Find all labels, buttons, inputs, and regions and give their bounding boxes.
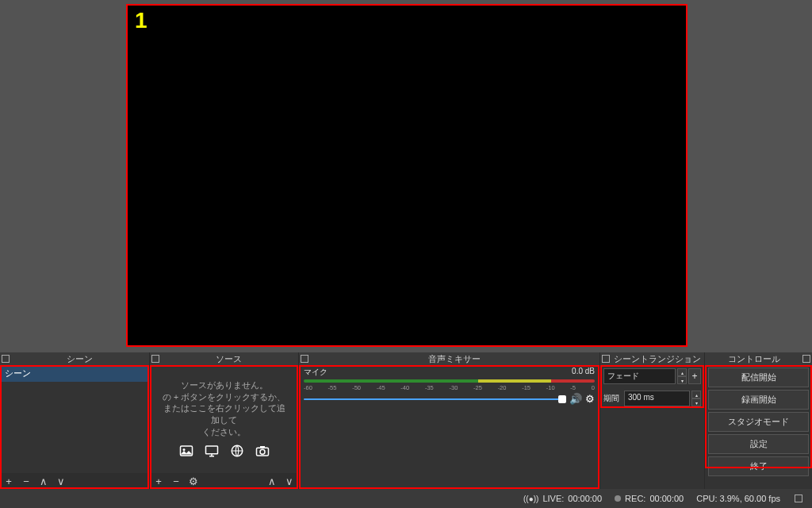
popout-icon[interactable] [795,495,802,502]
scene-down-button[interactable]: ∨ [56,475,67,487]
exit-button[interactable]: 終了 [708,456,809,476]
live-time: 00:00:00 [568,494,602,503]
popout-icon[interactable] [2,355,10,363]
start-record-button[interactable]: 録画開始 [708,390,809,410]
cpu-stats: CPU: 3.9%, 60.00 fps [696,494,780,503]
remove-source-button[interactable]: − [170,475,182,487]
source-up-button[interactable]: ∧ [266,475,278,487]
chevron-up-icon[interactable]: ▴ [677,368,687,376]
chevron-up-icon[interactable]: ▴ [691,391,701,398]
source-down-button[interactable]: ∨ [284,475,295,487]
speaker-icon[interactable]: 🔊 [569,393,582,405]
sources-dock: ソース ソースがありません。 の + ボタンをクリックするか、 またはここを右ク… [149,352,298,489]
controls-title: コントロール [705,353,802,365]
chevron-down-icon[interactable]: ▾ [691,398,701,406]
chevron-down-icon[interactable]: ▾ [677,376,687,384]
display-source-icon [204,444,220,462]
sources-title: ソース [159,353,298,365]
svg-rect-2 [205,446,217,454]
status-bar: ((●)) LIVE: 00:00:00 REC: 00:00:00 CPU: … [0,489,812,508]
duration-label: 期間 [603,393,622,404]
transition-type-select[interactable]: フェード [603,368,676,384]
rec-label: REC: [625,494,645,503]
sources-empty-line: またはここを右クリックして追加して [163,402,285,425]
source-settings-button[interactable]: ⚙ [188,475,199,487]
meter-ticks: -60-55-50-45-40-35-30-25-20-15-10-50 [304,384,595,391]
scene-item[interactable]: シーン [0,365,149,382]
settings-button[interactable]: 設定 [708,434,809,454]
scenes-title: シーン [10,353,149,365]
add-transition-button[interactable]: + [688,368,701,384]
svg-point-1 [182,448,185,451]
audio-mixer-dock: 音声ミキサー マイク 0.0 dB -60-55-50-45-40-35-30-… [298,352,599,489]
preview-canvas[interactable] [126,4,688,347]
rec-dot-icon [615,495,621,502]
popout-icon[interactable] [151,355,159,363]
channel-db: 0.0 dB [572,367,595,378]
mixer-title: 音声ミキサー [308,353,599,365]
start-stream-button[interactable]: 配信開始 [708,368,809,387]
mixer-channel: マイク 0.0 dB -60-55-50-45-40-35-30-25-20-1… [299,365,599,406]
scene-up-button[interactable]: ∧ [38,475,49,487]
duration-input[interactable]: 300 ms [624,391,690,406]
camera-source-icon [255,444,270,462]
volume-slider[interactable] [304,398,566,400]
live-icon: ((●)) [523,495,538,503]
popout-icon[interactable] [802,355,810,363]
sources-empty-line: ソースがありません。 [163,379,285,391]
sources-empty-line: ください。 [163,426,285,438]
globe-source-icon [229,444,245,462]
svg-point-5 [260,450,265,455]
studio-mode-button[interactable]: スタジオモード [708,412,809,432]
controls-dock: コントロール 配信開始 録画開始 スタジオモード 設定 終了 [704,352,812,489]
popout-icon[interactable] [602,355,610,363]
sources-empty-line: の + ボタンをクリックするか、 [163,391,285,403]
add-source-button[interactable]: + [153,475,164,487]
transitions-dock: シーントランジション フェード ▴▾ + 期間 300 ms ▴▾ [599,352,704,489]
channel-name: マイク [304,367,327,378]
svg-rect-6 [260,446,265,448]
sources-list[interactable]: ソースがありません。 の + ボタンをクリックするか、 またはここを右クリックし… [150,365,298,489]
gear-icon[interactable]: ⚙ [585,393,595,405]
rec-time: 00:00:00 [649,494,684,503]
remove-scene-button[interactable]: − [21,475,32,487]
popout-icon[interactable] [301,355,308,363]
scenes-dock: シーン シーン + − ∧ ∨ [0,352,149,489]
add-scene-button[interactable]: + [3,475,14,487]
audio-meter [304,379,595,383]
live-label: LIVE: [542,494,564,503]
image-source-icon [178,444,194,462]
transitions-title: シーントランジション [610,353,704,365]
